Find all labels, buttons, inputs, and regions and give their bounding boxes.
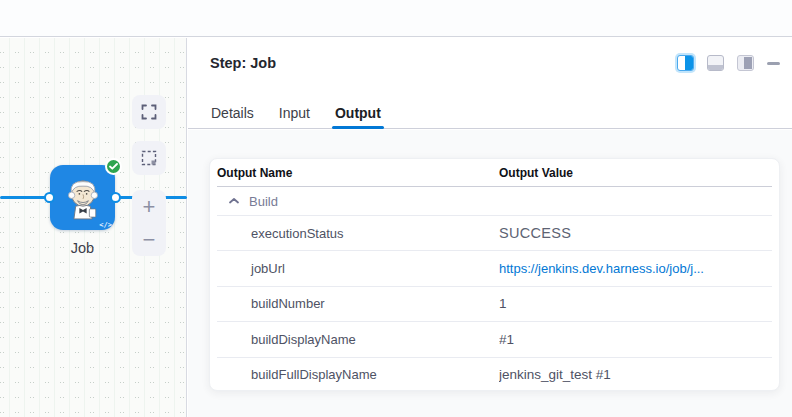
step-node-job[interactable]: </> bbox=[50, 165, 115, 230]
node-port-right-icon bbox=[110, 192, 121, 203]
output-name: buildNumber bbox=[217, 296, 499, 311]
success-check-icon bbox=[105, 158, 122, 175]
node-port-left-icon bbox=[44, 192, 55, 203]
output-value: 1 bbox=[499, 296, 772, 311]
output-value: SUCCESS bbox=[499, 225, 772, 241]
top-toolbar bbox=[0, 0, 792, 37]
bottom-view-icon[interactable] bbox=[707, 55, 724, 71]
output-tab-content: Output Name Output Value Build execution… bbox=[188, 130, 792, 417]
panel-view-controls bbox=[677, 55, 780, 71]
jenkins-logo-icon bbox=[63, 176, 103, 220]
tab-input[interactable]: Input bbox=[279, 96, 310, 129]
zoom-in-button[interactable]: + bbox=[132, 190, 166, 223]
step-tabs: Details Input Output bbox=[188, 96, 792, 129]
output-value: #1 bbox=[499, 332, 772, 347]
marquee-select-icon bbox=[141, 150, 157, 166]
tab-output[interactable]: Output bbox=[335, 96, 381, 129]
output-value: jenkins_git_test #1 bbox=[499, 367, 772, 382]
group-label: Build bbox=[249, 194, 278, 209]
table-row: buildNumber 1 bbox=[217, 286, 772, 321]
output-group-build[interactable]: Build bbox=[217, 187, 772, 215]
canvas-marquee-select-button[interactable] bbox=[132, 141, 166, 175]
output-table-card: Output Name Output Value Build execution… bbox=[209, 158, 780, 391]
fullscreen-icon bbox=[141, 104, 157, 120]
output-name: executionStatus bbox=[217, 226, 499, 241]
chevron-up-icon bbox=[228, 197, 240, 205]
panel-title: Step: Job bbox=[210, 55, 276, 71]
output-table-header: Output Name Output Value bbox=[217, 159, 772, 187]
table-row: buildDisplayName #1 bbox=[217, 321, 772, 356]
output-name: buildDisplayName bbox=[217, 332, 499, 347]
right-view-icon[interactable] bbox=[737, 55, 754, 71]
canvas-expand-button[interactable] bbox=[132, 95, 166, 129]
minimize-icon[interactable] bbox=[767, 62, 780, 65]
output-name: buildFullDisplayName bbox=[217, 367, 499, 382]
table-row: buildFullDisplayName jenkins_git_test #1 bbox=[217, 357, 772, 392]
output-name: jobUrl bbox=[217, 261, 499, 276]
pipeline-canvas[interactable]: </> Job + − bbox=[0, 38, 187, 417]
column-header-output-name: Output Name bbox=[217, 166, 499, 180]
canvas-zoom-controls: + − bbox=[132, 190, 166, 256]
node-label: Job bbox=[40, 240, 125, 256]
step-details-panel: Step: Job Details Input Output Output Na… bbox=[188, 38, 792, 417]
pipeline-editor: </> Job + − Step: Job bbox=[0, 0, 792, 417]
panel-header: Step: Job bbox=[188, 38, 792, 96]
column-header-output-value: Output Value bbox=[499, 166, 772, 180]
table-row: executionStatus SUCCESS bbox=[217, 215, 772, 250]
output-value-link[interactable]: https://jenkins.dev.harness.io/job/j... bbox=[499, 261, 772, 276]
zoom-out-button[interactable]: − bbox=[132, 223, 166, 256]
tab-details[interactable]: Details bbox=[211, 96, 254, 129]
code-icon: </> bbox=[99, 221, 112, 229]
split-view-icon[interactable] bbox=[677, 55, 694, 71]
table-row: jobUrl https://jenkins.dev.harness.io/jo… bbox=[217, 250, 772, 285]
